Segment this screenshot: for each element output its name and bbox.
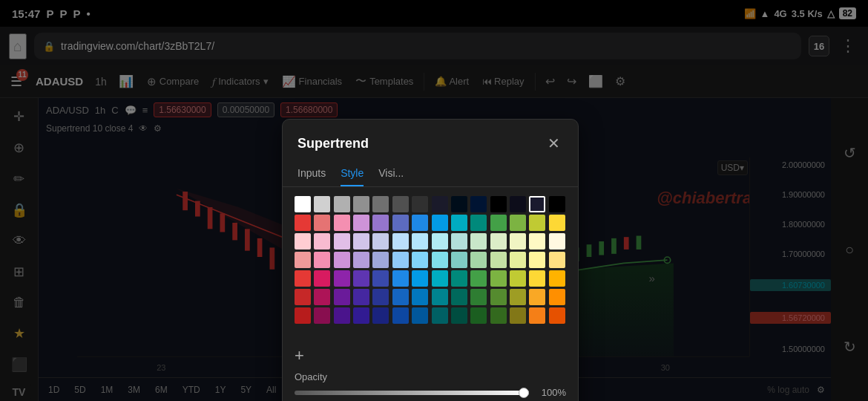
- color-m-cyan1[interactable]: [432, 252, 448, 268]
- color-p-yellow1[interactable]: [529, 233, 545, 250]
- color-v-pink1[interactable]: [314, 270, 330, 287]
- color-dk-green1[interactable]: [470, 307, 487, 324]
- color-v-blue1[interactable]: [392, 270, 409, 287]
- color-p-cyan1[interactable]: [432, 233, 448, 250]
- slider-thumb[interactable]: [519, 388, 529, 398]
- color-p-red1[interactable]: [295, 233, 311, 250]
- color-dk-yellow1[interactable]: [529, 307, 545, 324]
- color-v-cyan1[interactable]: [432, 270, 448, 287]
- color-v-indigo1[interactable]: [372, 270, 389, 287]
- color-d-pink1[interactable]: [314, 289, 330, 305]
- color-dk-cyan1[interactable]: [432, 307, 448, 324]
- color-d-indigo1[interactable]: [372, 289, 389, 305]
- tab-style[interactable]: Style: [341, 161, 364, 186]
- color-p-teal1[interactable]: [451, 233, 467, 250]
- color-dk-amber1[interactable]: [549, 307, 565, 324]
- color-gray2[interactable]: [372, 196, 389, 212]
- color-p-deeppurple1[interactable]: [353, 233, 369, 250]
- color-m-pink1[interactable]: [314, 252, 330, 268]
- color-purple2[interactable]: [372, 215, 389, 231]
- color-p-lightgreen1[interactable]: [490, 233, 507, 250]
- opacity-slider[interactable]: [295, 391, 529, 395]
- color-dk-lightblue1[interactable]: [412, 307, 428, 324]
- color-darkblue5-selected[interactable]: [529, 196, 545, 212]
- color-dk-blue1[interactable]: [392, 307, 409, 324]
- color-m-purple1[interactable]: [334, 252, 350, 268]
- color-dk-pink1[interactable]: [314, 307, 330, 324]
- color-d-amber1[interactable]: [549, 289, 565, 305]
- color-v-lime1[interactable]: [510, 270, 526, 287]
- color-yellow1[interactable]: [549, 215, 565, 231]
- color-v-amber1[interactable]: [549, 270, 565, 287]
- color-d-purple1[interactable]: [334, 289, 350, 305]
- color-cyan1[interactable]: [451, 215, 467, 231]
- color-darkgray2[interactable]: [412, 196, 428, 212]
- color-v-lightblue1[interactable]: [412, 270, 428, 287]
- color-d-red1[interactable]: [295, 289, 311, 305]
- color-teal1[interactable]: [470, 215, 487, 231]
- color-dk-lightgreen1[interactable]: [490, 307, 507, 324]
- color-indigo1[interactable]: [392, 215, 409, 231]
- color-m-red1[interactable]: [295, 252, 311, 268]
- color-dk-lime1[interactable]: [510, 307, 526, 324]
- color-p-indigo1[interactable]: [372, 233, 389, 250]
- color-purple1[interactable]: [353, 215, 369, 231]
- color-p-amber1[interactable]: [549, 233, 565, 250]
- color-v-deeppurple1[interactable]: [353, 270, 369, 287]
- dialog-close-button[interactable]: ✕: [545, 131, 563, 155]
- color-dk-purple1[interactable]: [334, 307, 350, 324]
- color-lightblue1[interactable]: [432, 215, 448, 231]
- color-d-deeppurple1[interactable]: [353, 289, 369, 305]
- color-m-teal1[interactable]: [451, 252, 467, 268]
- color-v-teal1[interactable]: [451, 270, 467, 287]
- color-m-yellow1[interactable]: [529, 252, 545, 268]
- color-lightgreen1[interactable]: [510, 215, 526, 231]
- color-red[interactable]: [295, 215, 311, 231]
- color-v-red1[interactable]: [295, 270, 311, 287]
- color-d-cyan1[interactable]: [432, 289, 448, 305]
- color-d-teal1[interactable]: [451, 289, 467, 305]
- color-dk-deeppurple1[interactable]: [353, 307, 369, 324]
- color-blue1[interactable]: [412, 215, 428, 231]
- color-p-lightblue1[interactable]: [412, 233, 428, 250]
- color-v-lightgreen1[interactable]: [490, 270, 507, 287]
- color-m-amber1[interactable]: [549, 252, 565, 268]
- tab-inputs[interactable]: Inputs: [297, 161, 326, 186]
- color-dk-red1[interactable]: [295, 307, 311, 324]
- color-d-blue1[interactable]: [392, 289, 409, 305]
- color-m-blue1[interactable]: [392, 252, 409, 268]
- color-darkgray1[interactable]: [392, 196, 409, 212]
- color-p-blue1[interactable]: [392, 233, 409, 250]
- color-d-lightblue1[interactable]: [412, 289, 428, 305]
- color-m-indigo1[interactable]: [372, 252, 389, 268]
- color-d-green1[interactable]: [470, 289, 487, 305]
- color-pink1[interactable]: [334, 215, 350, 231]
- color-d-yellow1[interactable]: [529, 289, 545, 305]
- color-green1[interactable]: [490, 215, 507, 231]
- color-lightgray2[interactable]: [334, 196, 350, 212]
- color-dk-indigo1[interactable]: [372, 307, 389, 324]
- color-dk-teal1[interactable]: [451, 307, 467, 324]
- color-black[interactable]: [490, 196, 507, 212]
- color-p-green1[interactable]: [470, 233, 487, 250]
- color-m-lightgreen1[interactable]: [490, 252, 507, 268]
- color-d-lightgreen1[interactable]: [490, 289, 507, 305]
- color-gray1[interactable]: [353, 196, 369, 212]
- color-lightgray1[interactable]: [314, 196, 330, 212]
- color-darkblue1[interactable]: [432, 196, 448, 212]
- color-d-lime1[interactable]: [510, 289, 526, 305]
- color-white[interactable]: [295, 196, 311, 212]
- color-v-green1[interactable]: [470, 270, 487, 287]
- color-m-deeppurple1[interactable]: [353, 252, 369, 268]
- color-darkblue2[interactable]: [451, 196, 467, 212]
- tab-visibility[interactable]: Visi...: [378, 161, 404, 186]
- color-lime1[interactable]: [529, 215, 545, 231]
- add-color-button[interactable]: +: [295, 346, 566, 365]
- color-lightred[interactable]: [314, 215, 330, 231]
- color-m-lime1[interactable]: [510, 252, 526, 268]
- color-p-pink1[interactable]: [314, 233, 330, 250]
- color-v-yellow1[interactable]: [529, 270, 545, 287]
- color-v-purple1[interactable]: [334, 270, 350, 287]
- color-p-purple1[interactable]: [334, 233, 350, 250]
- color-p-lime1[interactable]: [510, 233, 526, 250]
